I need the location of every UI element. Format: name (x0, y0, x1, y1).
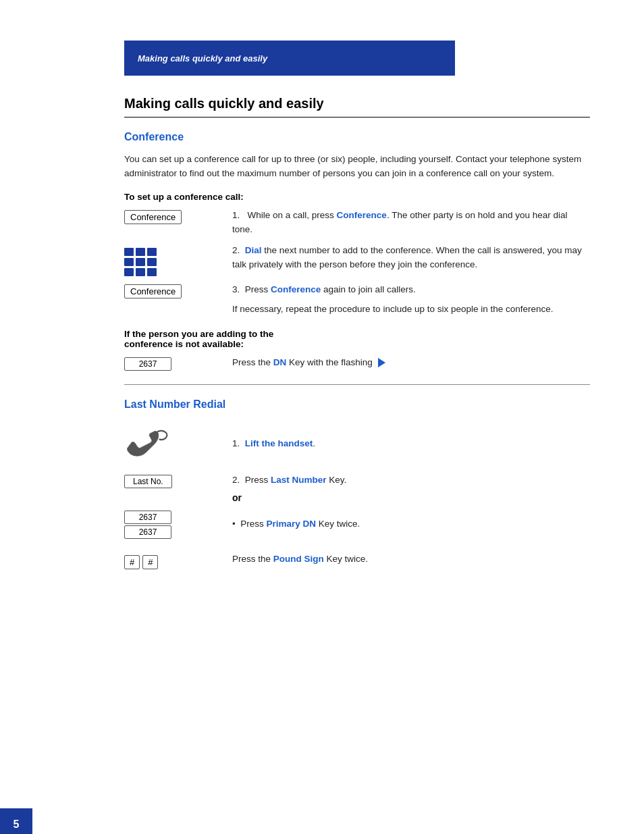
pound-key-1: # (124, 555, 140, 569)
not-available-before: Press the (232, 357, 273, 367)
numpad-cell-4 (124, 258, 134, 266)
last-no-key: Last No. (124, 475, 172, 488)
lnr-pound-text: Press the Pound Sign Key twice. (232, 552, 590, 567)
step-2-num: 2. (232, 245, 245, 255)
spacer-1 (124, 420, 590, 428)
conference-step-3-text: 3. Press Conference again to join all ca… (232, 283, 590, 317)
not-available-label: If the person you are adding to theconfe… (124, 329, 590, 349)
or-label: or (232, 492, 242, 503)
dn-key-top: 2637 (124, 511, 171, 524)
not-available-dn: DN (273, 357, 287, 367)
lnr-pound-after: Key twice. (324, 554, 368, 564)
last-number-redial-title: Last Number Redial (124, 398, 590, 411)
conference-step-1: Conference 1. While on a call, press Con… (124, 209, 590, 237)
page-number-tab: 5 (0, 808, 32, 834)
step-3-before: Press (245, 284, 271, 294)
numpad-icon (124, 248, 157, 276)
lnr-step-1-icon-col (124, 428, 232, 460)
lnr-step-1-num: 1. (232, 438, 245, 448)
page-wrapper: Making calls quickly and easily Making c… (0, 41, 644, 834)
lnr-step-1-highlight: Lift the handset (245, 438, 313, 448)
conference-step-1-icon-col: Conference (124, 209, 232, 224)
not-available-after: Key with the flashing (286, 357, 375, 367)
header-banner-text: Making calls quickly and easily (138, 53, 267, 63)
step-1-num: 1. (232, 210, 245, 220)
lnr-pound-highlight: Pound Sign (273, 554, 324, 564)
numpad-cell-3 (147, 248, 157, 256)
conference-step-2-text: 2. Dial the next number to add to the co… (232, 244, 590, 272)
step-1-highlight: Conference (337, 210, 387, 220)
lnr-or-text: or (232, 491, 590, 506)
not-available-text: Press the DN Key with the flashing (232, 356, 590, 370)
lnr-bullet-text: • Press Primary DN Key twice. (232, 517, 590, 531)
section-divider (124, 384, 590, 385)
not-available-instruction: 2637 Press the DN Key with the flashing (124, 356, 590, 371)
dn-key-bottom: 2637 (124, 525, 171, 539)
numpad-cell-1 (124, 248, 134, 256)
numpad-cell-2 (136, 248, 145, 256)
conference-key-3: Conference (124, 284, 182, 298)
lnr-step-2-num: 2. (232, 475, 245, 485)
lnr-step-1: 1. Lift the handset. (124, 428, 590, 460)
numpad-cell-7 (124, 268, 134, 276)
page-title: Making calls quickly and easily (124, 96, 590, 118)
numpad-cell-9 (147, 268, 157, 276)
lnr-step-2-text: 2. Press Last Number Key. (232, 473, 590, 488)
lnr-pound: # # Press the Pound Sign Key twice. (124, 552, 590, 569)
page-number: 5 (14, 818, 20, 831)
lnr-pound-icon-col: # # (124, 552, 232, 569)
conference-intro: You can set up a conference call for up … (124, 153, 590, 181)
triangle-right-icon (378, 358, 385, 367)
step-3-after: again to join all callers. (321, 284, 415, 294)
step-3-num: 3. (232, 284, 245, 294)
lnr-bullet-highlight: Primary DN (267, 519, 317, 529)
conference-step-3-icon-col: Conference (124, 283, 232, 298)
lnr-step-1-period: . (313, 438, 315, 448)
lnr-bullet-icon-col: 2637 2637 (124, 509, 232, 539)
step-1-before: While on a call, press (248, 210, 337, 220)
lnr-bullet-before: Press (240, 519, 266, 529)
lnr-bullet: 2637 2637 • Press Primary DN Key twice. (124, 509, 590, 539)
numpad-cell-6 (147, 258, 157, 266)
lnr-bullet-dot: • (232, 519, 240, 529)
conference-step-2: 2. Dial the next number to add to the co… (124, 244, 590, 276)
step-3-highlight: Conference (271, 284, 321, 294)
conference-section-title: Conference (124, 131, 590, 143)
setup-label: To set up a conference call: (124, 192, 590, 202)
lnr-pound-before: Press the (232, 554, 273, 564)
repeat-text: If necessary, repeat the procedure to in… (232, 303, 590, 317)
conference-step-1-text: 1. While on a call, press Conference. Th… (232, 209, 590, 237)
lnr-step-2: Last No. 2. Press Last Number Key. (124, 473, 590, 488)
step-2-after: the next number to add to the conference… (232, 245, 582, 269)
lnr-step-2-after: Key. (327, 475, 347, 485)
numpad-cell-8 (136, 268, 145, 276)
pound-key-2: # (142, 555, 158, 569)
conference-key-1: Conference (124, 210, 182, 224)
pound-keys-group: # # (124, 555, 158, 569)
conference-step-3: Conference 3. Press Conference again to … (124, 283, 590, 317)
lnr-step-2-before: Press (245, 475, 271, 485)
numpad-cell-5 (136, 258, 145, 266)
conference-step-2-icon-col (124, 244, 232, 276)
handset-icon (124, 429, 171, 460)
lnr-or-icon-col (124, 491, 232, 492)
not-available-section: If the person you are adding to theconfe… (124, 329, 590, 349)
lnr-step-1-text: 1. Lift the handset. (232, 437, 590, 451)
lnr-bullet-after: Key twice. (316, 519, 360, 529)
lnr-or-row: or (124, 491, 590, 506)
lnr-step-2-icon-col: Last No. (124, 473, 232, 488)
step-2-highlight: Dial (245, 245, 262, 255)
dn-key-2637: 2637 (124, 357, 171, 371)
header-banner: Making calls quickly and easily (124, 41, 455, 76)
lnr-step-2-highlight: Last Number (271, 475, 327, 485)
main-content: Making calls quickly and easily Conferen… (124, 96, 590, 569)
stacked-dn-keys: 2637 2637 (124, 511, 171, 539)
not-available-icon-col: 2637 (124, 356, 232, 371)
